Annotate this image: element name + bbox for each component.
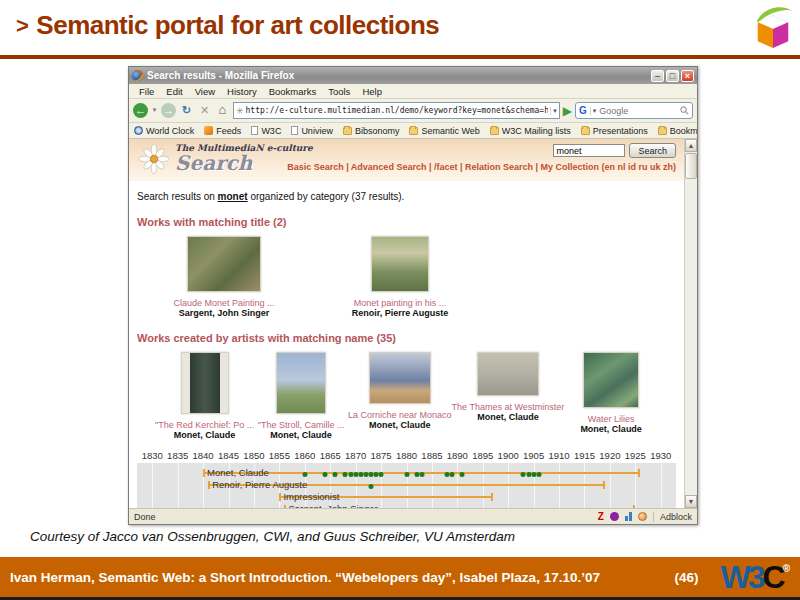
address-bar[interactable]: ✳ ▾ xyxy=(233,102,560,119)
artwork-artist: Monet, Claude xyxy=(270,430,332,440)
tick-label-1910: 1910 xyxy=(548,450,569,461)
home-button-icon[interactable]: ⌂ xyxy=(215,103,230,118)
tick-label-1920: 1920 xyxy=(599,450,620,461)
artwork-item[interactable]: Water LiliesMonet, Claude xyxy=(564,352,658,440)
artwork-thumbnail[interactable] xyxy=(276,352,326,414)
menu-item-bookmarks[interactable]: Bookmarks xyxy=(263,86,323,97)
menu-item-history[interactable]: History xyxy=(221,86,263,97)
bar-end-cap xyxy=(603,481,605,489)
results-summary: Search results on monet organized by cat… xyxy=(137,191,676,202)
work-dot[interactable] xyxy=(368,484,373,489)
work-dot[interactable] xyxy=(323,472,328,477)
artwork-thumbnail[interactable] xyxy=(181,352,229,414)
maximize-button[interactable]: □ xyxy=(666,70,679,82)
tick-label-1925: 1925 xyxy=(625,450,646,461)
artwork-item[interactable]: Claude Monet Painting ...Sargent, John S… xyxy=(165,236,283,318)
back-dropdown-icon[interactable]: ▾ xyxy=(151,103,158,118)
portal-search-input[interactable] xyxy=(553,144,625,157)
vertical-scrollbar[interactable]: ▲ ▼ xyxy=(684,139,697,508)
work-dot[interactable] xyxy=(404,472,409,477)
page-icon xyxy=(251,126,258,135)
window-titlebar[interactable]: Search results - Mozilla Firefox – □ × xyxy=(129,67,697,84)
artwork-title[interactable]: Monet painting in his ... xyxy=(354,298,447,308)
forward-button-icon[interactable]: → xyxy=(161,103,176,118)
reload-button-icon[interactable]: ↻ xyxy=(179,103,194,118)
url-dropdown-icon[interactable]: ▾ xyxy=(550,107,557,115)
artwork-thumbnail[interactable] xyxy=(369,352,431,404)
bookmark-feeds[interactable]: Feeds xyxy=(204,126,241,136)
work-dot[interactable] xyxy=(302,472,307,477)
stats-icon[interactable] xyxy=(625,512,632,521)
timeline-label-sargent-john-singer[interactable]: Sargent, John Singer xyxy=(284,503,377,508)
bookmark-bookmarklets[interactable]: Bookmarklets xyxy=(658,126,697,136)
gallery-2: "The Red Kerchief: Po ...Monet, Claude"T… xyxy=(137,352,676,440)
artwork-title[interactable]: Water Lilies xyxy=(588,414,635,424)
artwork-thumbnail[interactable] xyxy=(371,236,429,292)
work-dot[interactable] xyxy=(536,472,541,477)
artwork-thumbnail[interactable] xyxy=(583,352,639,408)
bookmark-world-clock[interactable]: World Clock xyxy=(134,126,194,136)
work-dot[interactable] xyxy=(333,472,338,477)
scroll-down-icon[interactable]: ▼ xyxy=(685,495,697,508)
menu-item-tools[interactable]: Tools xyxy=(322,86,356,97)
bookmark-w3c[interactable]: W3C xyxy=(251,126,281,136)
adblock-label[interactable]: Adblock xyxy=(653,512,692,522)
flower-logo-icon xyxy=(139,143,169,175)
menu-item-help[interactable]: Help xyxy=(356,86,388,97)
bookmark-w3c-mailing-lists[interactable]: W3C Mailing lists xyxy=(490,126,571,136)
timeline-label-renoir-pierre-auguste[interactable]: Renoir, Pierre Auguste xyxy=(208,479,307,490)
search-term[interactable]: monet xyxy=(218,191,248,202)
folder-icon xyxy=(658,127,667,135)
face-addon-icon[interactable] xyxy=(638,512,647,521)
web-search-input[interactable] xyxy=(599,106,669,116)
portal-nav-links[interactable]: Basic Search | Advanced Search | /facet … xyxy=(287,162,676,172)
portal-search-button[interactable]: Search xyxy=(629,143,676,158)
url-input[interactable] xyxy=(246,106,549,115)
artwork-thumbnail[interactable] xyxy=(187,236,261,292)
page-number: (46) xyxy=(675,570,699,585)
scroll-up-icon[interactable]: ▲ xyxy=(685,139,697,152)
tick-label-1830: 1830 xyxy=(142,450,163,461)
artwork-item[interactable]: The Thames at WestminsterMonet, Claude xyxy=(452,352,565,440)
bookmark-label: World Clock xyxy=(146,126,194,136)
bookmark-label: W3C xyxy=(261,126,281,136)
bookmark-label: Feeds xyxy=(216,126,241,136)
work-dot[interactable] xyxy=(460,472,465,477)
purple-addon-icon[interactable] xyxy=(610,512,619,521)
timeline-label-impressionist[interactable]: Impressionist xyxy=(279,491,339,502)
minimize-button[interactable]: – xyxy=(651,70,664,82)
artwork-title[interactable]: Claude Monet Painting ... xyxy=(173,298,274,308)
search-engine-dropdown-icon[interactable]: ▾ xyxy=(590,107,597,115)
bookmark-bibsonomy[interactable]: Bibsonomy xyxy=(343,126,400,136)
scrollbar-thumb[interactable] xyxy=(685,153,697,179)
tick-label-1860: 1860 xyxy=(294,450,315,461)
artwork-item[interactable]: Monet painting in his ...Renoir, Pierre … xyxy=(341,236,459,318)
artwork-title[interactable]: "The Red Kerchief: Po ... xyxy=(155,420,254,430)
artwork-title[interactable]: "The Stroll, Camille ... xyxy=(258,420,345,430)
artwork-item[interactable]: La Corniche near MonacoMonet, Claude xyxy=(348,352,452,440)
zotero-icon[interactable]: Z xyxy=(598,511,604,522)
artwork-artist: Monet, Claude xyxy=(477,412,539,422)
tick-label-1915: 1915 xyxy=(574,450,595,461)
back-button-icon[interactable]: ← xyxy=(133,103,148,118)
artwork-title[interactable]: La Corniche near Monaco xyxy=(348,410,452,420)
artwork-artist: Renoir, Pierre Auguste xyxy=(352,308,449,318)
google-search-box[interactable]: G ▾ xyxy=(575,102,693,119)
artwork-item[interactable]: "The Stroll, Camille ...Monet, Claude xyxy=(254,352,348,440)
artwork-title[interactable]: The Thames at Westminster xyxy=(452,402,565,412)
menu-item-view[interactable]: View xyxy=(189,86,221,97)
go-button-icon[interactable]: ▶ xyxy=(563,104,572,118)
menu-item-file[interactable]: File xyxy=(133,86,160,97)
work-dot[interactable] xyxy=(450,472,455,477)
menu-item-edit[interactable]: Edit xyxy=(160,86,188,97)
work-dot[interactable] xyxy=(419,472,424,477)
close-button[interactable]: × xyxy=(681,70,694,82)
timeline-label-monet-claude[interactable]: Monet, Claude xyxy=(203,467,269,478)
work-dot[interactable] xyxy=(379,472,384,477)
artwork-thumbnail[interactable] xyxy=(477,352,539,396)
bookmark-presentations[interactable]: Presentations xyxy=(581,126,648,136)
bookmark-semantic-web[interactable]: Semantic Web xyxy=(409,126,479,136)
bookmark-uniview[interactable]: Uniview xyxy=(291,126,333,136)
stop-button-icon[interactable]: ✕ xyxy=(197,103,212,118)
artwork-item[interactable]: "The Red Kerchief: Po ...Monet, Claude xyxy=(155,352,254,440)
